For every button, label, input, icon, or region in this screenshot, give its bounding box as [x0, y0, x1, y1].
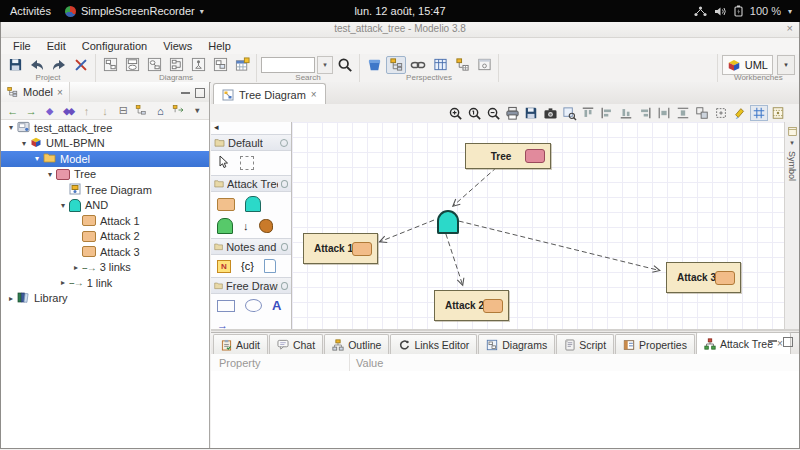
- maximize-panel-button[interactable]: [195, 88, 205, 98]
- move-down-button[interactable]: ↓: [97, 105, 112, 117]
- expander-icon[interactable]: ▸: [57, 278, 69, 287]
- ellipse-tool[interactable]: [245, 299, 262, 312]
- tab-chat[interactable]: Chat: [269, 334, 323, 354]
- tab-properties[interactable]: Properties: [615, 334, 695, 354]
- document-tool[interactable]: [264, 259, 276, 273]
- minimize-panel-button[interactable]: [181, 92, 190, 97]
- symbol-panel-tab[interactable]: ▾ Symbol: [785, 126, 799, 181]
- expander-icon[interactable]: ▾: [57, 201, 69, 210]
- marquee-zoom-tool[interactable]: [240, 156, 254, 170]
- grid-toggle-button[interactable]: [750, 105, 768, 121]
- clock[interactable]: lun. 12 août, 15:47: [354, 5, 445, 17]
- expander-icon[interactable]: ▸: [70, 263, 82, 272]
- redo-button[interactable]: [49, 56, 69, 74]
- window-perspective-button[interactable]: [474, 56, 494, 74]
- state-diagram-button[interactable]: [166, 56, 186, 74]
- workbench-dropdown[interactable]: ▾: [777, 55, 795, 75]
- home-button[interactable]: ⌂: [153, 105, 168, 117]
- root-node-tool[interactable]: [259, 219, 273, 233]
- distribute-horizontal-button[interactable]: [655, 105, 673, 121]
- sync-tree-button[interactable]: [171, 104, 186, 118]
- save-button[interactable]: [5, 56, 25, 74]
- tree-item-test-attack-tree[interactable]: ▾ test_attack_tree: [1, 120, 209, 136]
- window-close-button[interactable]: ×: [787, 22, 793, 34]
- align-right-button[interactable]: [636, 105, 654, 121]
- collapse-all-button[interactable]: ⊟: [116, 104, 131, 117]
- tree-item-attack-1[interactable]: Attack 1: [1, 213, 209, 229]
- workbench-select[interactable]: UML: [722, 55, 773, 75]
- note-tool[interactable]: N: [217, 260, 231, 273]
- model-bucket-button[interactable]: [364, 56, 384, 74]
- constraint-tool[interactable]: {c}: [241, 260, 254, 272]
- tree-item-attack-2[interactable]: Attack 2: [1, 229, 209, 245]
- and-gate-tool[interactable]: [245, 196, 261, 212]
- palette-section-attack-tree[interactable]: Attack Tree: [211, 175, 291, 192]
- related-diamond-left-button[interactable]: ◆: [42, 106, 57, 116]
- search-input[interactable]: [261, 57, 315, 73]
- tab-model[interactable]: Model ×: [1, 82, 70, 102]
- column-property[interactable]: Property: [211, 354, 350, 371]
- menu-edit[interactable]: Edit: [39, 39, 74, 53]
- page-setup-button[interactable]: [769, 105, 787, 121]
- node-tree[interactable]: Tree: [465, 143, 551, 169]
- expander-icon[interactable]: ▾: [44, 170, 56, 179]
- menu-help[interactable]: Help: [200, 39, 239, 53]
- menu-views[interactable]: Views: [155, 39, 200, 53]
- tab-tree-diagram[interactable]: Tree Diagram ×: [213, 83, 326, 105]
- navigate-forward-button[interactable]: →: [23, 105, 38, 117]
- node-attack-2[interactable]: Attack 2: [434, 290, 509, 321]
- node-and-gate[interactable]: [437, 210, 459, 234]
- related-diamond-both-button[interactable]: ◆◆: [60, 106, 75, 116]
- close-icon[interactable]: ×: [311, 89, 317, 100]
- horizontal-sash[interactable]: [211, 329, 799, 331]
- screenshot-button[interactable]: [541, 105, 559, 121]
- matrix-diagram-button[interactable]: [232, 56, 252, 74]
- pin-icon[interactable]: [281, 180, 288, 188]
- tree-item-model[interactable]: ▾ Model: [1, 151, 209, 167]
- link-with-editor-button[interactable]: [134, 104, 149, 118]
- attack-node-tool[interactable]: [217, 198, 235, 211]
- deployment-diagram-button[interactable]: [210, 56, 230, 74]
- align-left-button[interactable]: [598, 105, 616, 121]
- menu-configuration[interactable]: Configuration: [74, 39, 155, 53]
- tab-audit[interactable]: Audit: [213, 334, 268, 354]
- node-attack-3[interactable]: Attack 3: [666, 262, 741, 293]
- same-size-button[interactable]: [693, 105, 711, 121]
- align-top-button[interactable]: [579, 105, 597, 121]
- format-painter-button[interactable]: [731, 105, 749, 121]
- tab-links-editor[interactable]: Links Editor: [390, 334, 477, 354]
- tree-item-3-links[interactable]: ▸ --→ 3 links: [1, 260, 209, 276]
- tree-item-tree-diagram[interactable]: Tree Diagram: [1, 182, 209, 198]
- zoom-out-button[interactable]: [484, 105, 502, 121]
- node-attack-1[interactable]: Attack 1: [303, 233, 378, 264]
- pin-icon[interactable]: [281, 282, 288, 290]
- activity-diagram-button[interactable]: [188, 56, 208, 74]
- matrix-perspective-button[interactable]: [430, 56, 450, 74]
- diagram-canvas[interactable]: Tree Attack 1 Attack 2 Attack 3: [292, 122, 785, 329]
- configure-tools-button[interactable]: [71, 56, 91, 74]
- system-menu-chevron-icon[interactable]: ▾: [788, 7, 792, 16]
- search-button[interactable]: [335, 56, 355, 74]
- tree-item-library[interactable]: ▸ Library: [1, 291, 209, 307]
- align-bottom-button[interactable]: [617, 105, 635, 121]
- tree-item-uml-bpmn[interactable]: ▾ UML-BPMN: [1, 136, 209, 152]
- property-table-body[interactable]: [211, 371, 799, 448]
- sequence-diagram-button[interactable]: [144, 56, 164, 74]
- palette-section-default[interactable]: Default: [211, 134, 291, 151]
- fit-to-content-button[interactable]: [712, 105, 730, 121]
- usecase-diagram-button[interactable]: [122, 56, 142, 74]
- expander-icon[interactable]: ▾: [18, 139, 30, 148]
- select-tool[interactable]: [217, 155, 230, 171]
- line-tool[interactable]: →: [217, 319, 228, 329]
- tree-item-tree[interactable]: ▾ Tree: [1, 167, 209, 183]
- palette-collapse-button[interactable]: ◂: [211, 122, 291, 134]
- expander-icon[interactable]: ▸: [5, 294, 17, 303]
- save-image-button[interactable]: [522, 105, 540, 121]
- tab-diagrams[interactable]: Diagrams: [478, 334, 555, 354]
- maximize-panel-button[interactable]: [783, 337, 793, 347]
- print-button[interactable]: [503, 105, 521, 121]
- model-explorer-perspective-button[interactable]: [386, 56, 406, 74]
- analyst-perspective-button[interactable]: [452, 56, 472, 74]
- zoom-selection-button[interactable]: [560, 105, 578, 121]
- activities-button[interactable]: Activités: [10, 5, 51, 17]
